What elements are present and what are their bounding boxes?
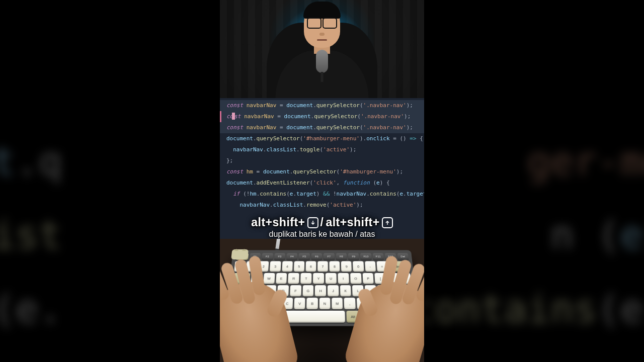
key-f5: F5	[299, 253, 310, 260]
key-6: 6	[305, 261, 316, 272]
key-i: I	[338, 273, 349, 284]
key-b: B	[306, 298, 317, 309]
code-line[interactable]: const hm = document.querySelector('#hamb…	[220, 166, 424, 177]
key-f11: F11	[373, 253, 384, 260]
code-line[interactable]: const navbarNav = document.querySelector…	[220, 122, 424, 133]
code-line[interactable]: navbarNav.classList.remove('active');	[220, 200, 424, 211]
key-3: 3	[270, 261, 281, 272]
key-h: H	[315, 285, 326, 296]
code-line[interactable]: document.addEventListener('click', funct…	[220, 177, 424, 189]
key-,: ,	[344, 298, 356, 309]
key-g: G	[302, 285, 313, 296]
code-line[interactable]: };	[220, 155, 424, 166]
key-8: 8	[330, 261, 340, 272]
key-p: P	[362, 273, 374, 284]
microphone-icon	[316, 50, 328, 73]
key-f9: F9	[348, 253, 359, 260]
key-0: 0	[353, 261, 364, 272]
keyboard-cam: EscF1F2F3F4F5F6F7F8F9F10F11F12Del`123456…	[220, 239, 424, 362]
key-f10: F10	[360, 253, 371, 260]
key--: -	[365, 261, 376, 272]
code-line[interactable]: if (!hm.contains(e.target) && !navbarNav…	[220, 189, 424, 200]
key-f7: F7	[324, 253, 335, 260]
key-j: J	[328, 285, 339, 296]
cat-keycap-icon	[231, 249, 249, 259]
key-y: Y	[313, 273, 324, 284]
key-t: T	[300, 273, 311, 284]
key-f: F	[290, 285, 301, 296]
key-f2: F2	[262, 253, 273, 260]
key-f8: F8	[336, 253, 347, 260]
key-del: Del	[397, 253, 409, 260]
code-line[interactable]: const navbarNav = document.querySelector…	[220, 100, 424, 111]
video-panel: const navbarNav = document.querySelector…	[219, 0, 425, 362]
key-u: U	[326, 273, 337, 284]
code-line[interactable]: navbarNav.classList.toggle('active');	[220, 144, 424, 155]
key-5: 5	[294, 261, 304, 272]
glasses-icon	[307, 18, 337, 28]
key-v: V	[294, 298, 305, 309]
webcam-feed	[220, 0, 424, 98]
key-f3: F3	[274, 253, 285, 260]
key-f6: F6	[311, 253, 323, 260]
code-editor[interactable]: const navbarNav = document.querySelector…	[220, 98, 424, 239]
key-7: 7	[317, 261, 328, 272]
key-o: O	[350, 273, 362, 284]
key-r: R	[288, 273, 299, 284]
key-m: M	[332, 298, 343, 309]
code-line[interactable]: cost navbarNav = document.querySelector(…	[220, 111, 424, 122]
key-k: K	[340, 285, 351, 296]
key-n: N	[319, 298, 330, 309]
key-e: E	[276, 273, 287, 284]
key-f4: F4	[286, 253, 297, 260]
key-4: 4	[282, 261, 293, 272]
key-w: W	[263, 273, 275, 284]
key-9: 9	[341, 261, 352, 272]
code-line[interactable]: document.querySelector('#hamburger-menu'…	[220, 133, 424, 144]
